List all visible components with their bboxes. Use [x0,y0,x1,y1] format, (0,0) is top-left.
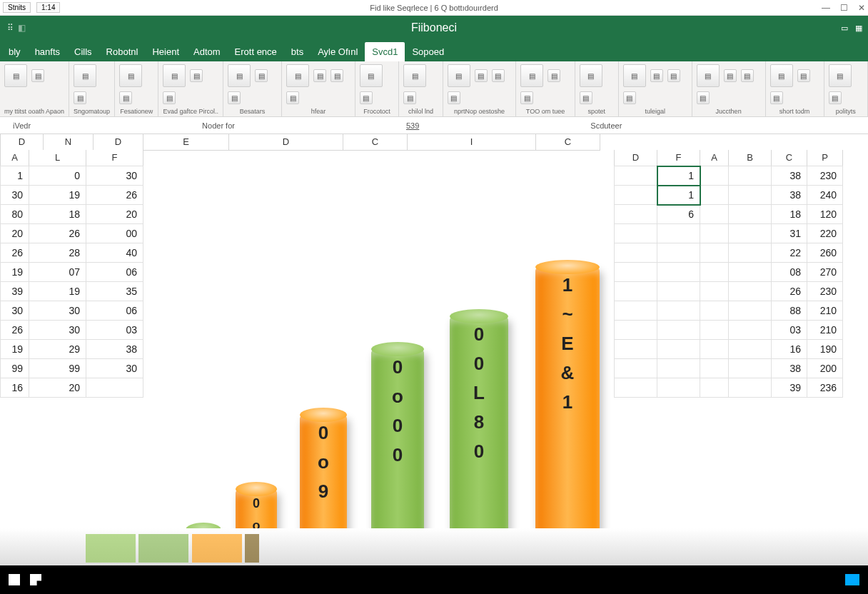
chart-3d-bars[interactable]: o0o0o90o0000L801~E&1 [171,191,614,548]
chart-bar[interactable]: 1~E&1 [535,267,600,548]
cell[interactable]: 30 [1,186,29,205]
cell[interactable] [729,166,772,186]
cell[interactable] [700,243,729,263]
chart-bar[interactable]: 00L80 [450,316,508,548]
cell[interactable] [657,243,700,263]
ribbon-icon[interactable]: ▤ [623,91,636,104]
column-header[interactable]: C [536,134,600,150]
cell[interactable] [700,340,729,359]
cell[interactable] [657,340,700,359]
cell[interactable]: 39 [1,282,29,301]
tab-heient[interactable]: Heient [145,42,186,61]
ribbon-icon[interactable]: ▤ [492,69,505,82]
cell[interactable] [700,263,729,282]
column-header[interactable]: B [729,150,772,166]
cell[interactable]: 20 [86,205,143,224]
cell[interactable] [615,205,657,224]
cell[interactable]: 210 [807,321,843,340]
cell[interactable]: 26 [86,186,143,205]
cell[interactable] [700,282,729,301]
cell[interactable]: 99 [1,359,29,378]
ribbon-icon[interactable]: ▤ [770,64,793,87]
tab-cills[interactable]: Cills [67,42,99,61]
ribbon-icon[interactable]: ▤ [360,64,383,87]
cell[interactable]: 1 [657,186,700,205]
cell[interactable] [615,378,657,398]
cell[interactable] [615,282,657,301]
quick-access[interactable]: ⠿ ◧ [0,23,26,33]
cell[interactable]: 200 [807,359,843,378]
cell[interactable]: 19 [29,186,86,205]
cell[interactable]: 26 [1,243,29,263]
cell[interactable]: 00 [86,224,143,243]
cell[interactable]: 210 [807,301,843,321]
cell[interactable] [729,340,772,359]
cell[interactable]: 230 [807,282,843,301]
close-icon[interactable]: ✕ [858,3,865,13]
cell[interactable]: 19 [1,263,29,282]
cell[interactable]: 99 [29,359,86,378]
ribbon-icon[interactable]: ▤ [360,91,373,104]
spreadsheet-grid[interactable]: DNDEDCIC ALF 103030192680182020260026284… [0,134,868,548]
cell[interactable]: 03 [86,321,143,340]
cell[interactable]: 20 [29,378,86,398]
tab-bts[interactable]: bts [284,42,311,61]
ribbon-icon[interactable]: ▤ [650,69,663,82]
tab-erott ence[interactable]: Erott ence [228,42,284,61]
cell[interactable] [615,166,657,186]
cell[interactable] [729,321,772,340]
ribbon-icon[interactable]: ▤ [547,69,560,82]
cell[interactable] [615,359,657,378]
ribbon-icon[interactable]: ▤ [797,69,810,82]
cell[interactable]: 30 [86,166,143,186]
tab-adtom[interactable]: Adtom [186,42,228,61]
cell[interactable]: 20 [1,224,29,243]
cell[interactable] [615,243,657,263]
tray-icon[interactable] [845,574,859,585]
cell[interactable]: 22 [772,243,807,263]
column-header[interactable]: D [94,134,143,150]
cell[interactable]: 18 [29,205,86,224]
cell[interactable] [615,263,657,282]
ribbon-icon[interactable]: ▤ [313,69,326,82]
cell[interactable]: 26 [29,224,86,243]
cell[interactable] [729,224,772,243]
cell[interactable]: 120 [807,205,843,224]
ribbon-icon[interactable]: ▤ [31,69,44,82]
cell[interactable]: 38 [772,166,807,186]
ribbon-icon[interactable]: ▤ [74,64,96,87]
cell[interactable] [700,359,729,378]
tab-svcd1[interactable]: Svcd1 [365,42,405,61]
column-header[interactable]: E [143,134,229,150]
ribbon-icon[interactable]: ▤ [829,64,852,87]
cell[interactable]: 16 [772,340,807,359]
cell[interactable]: 16 [1,378,29,398]
ribbon-icon[interactable]: ▤ [163,91,176,104]
cell[interactable] [729,378,772,398]
cell[interactable]: 29 [29,340,86,359]
chart-bar[interactable]: 0o00 [371,349,424,548]
cell[interactable]: 07 [29,263,86,282]
cell[interactable]: 40 [86,243,143,263]
cell[interactable] [729,301,772,321]
task-icon[interactable] [9,574,20,585]
cell[interactable] [657,263,700,282]
ribbon-icon[interactable]: ▤ [448,64,470,87]
cell[interactable]: 0 [29,166,86,186]
tab-sopoed[interactable]: Sopoed [405,42,451,61]
cell[interactable] [615,321,657,340]
formula-value[interactable]: 539 [406,121,419,130]
cell[interactable] [86,378,143,398]
ribbon-icon[interactable]: ▤ [228,64,251,87]
column-header[interactable]: F [86,150,143,166]
cell[interactable]: 38 [772,359,807,378]
cell[interactable] [729,359,772,378]
maximize-icon[interactable]: ☐ [840,3,848,13]
ribbon-icon[interactable]: ▤ [255,69,268,82]
cell[interactable]: 230 [807,166,843,186]
ribbon-icon[interactable]: ▤ [74,91,86,104]
ribbon-icon[interactable]: ▤ [119,91,132,104]
column-header[interactable]: C [343,134,408,150]
cell[interactable]: 30 [29,321,86,340]
ribbon-icon[interactable]: ▤ [580,64,602,87]
